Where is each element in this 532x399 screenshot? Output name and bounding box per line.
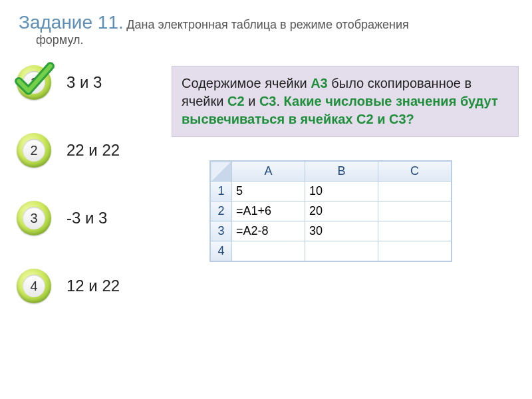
cell-ref: А3 (311, 76, 328, 90)
cell[interactable]: =А2-8 (232, 221, 305, 241)
task-title-line2: формул. (19, 33, 513, 47)
cell-ref: С2 (227, 94, 245, 108)
hint-box: Содержимое ячейки А3 было скопированное … (172, 66, 519, 137)
table-row: 3 =А2-8 30 (211, 221, 452, 241)
col-header-b[interactable]: B (305, 162, 378, 182)
col-header-c[interactable]: C (378, 162, 452, 182)
table-row: 1 5 10 (211, 182, 452, 201)
task-title: Дана электронная таблица в режиме отобра… (126, 18, 409, 31)
cell[interactable] (305, 241, 378, 261)
cell[interactable]: 5 (232, 182, 305, 201)
cell[interactable]: 10 (305, 182, 378, 201)
row-header[interactable]: 1 (211, 182, 232, 201)
cell[interactable]: 20 (305, 201, 378, 221)
cell[interactable] (232, 241, 305, 261)
table-row: 4 (211, 241, 452, 261)
hint-text: . (276, 94, 283, 108)
hint-text: Содержимое ячейки (182, 76, 311, 90)
spreadsheet: A B C 1 5 10 2 =А1+6 20 (210, 161, 519, 261)
option-2[interactable]: 2 22 и 22 (15, 131, 161, 170)
option-text: -3 и 3 (66, 209, 107, 227)
cell[interactable]: =А1+6 (232, 201, 305, 221)
row-header[interactable]: 2 (211, 201, 232, 221)
cell[interactable] (378, 221, 452, 241)
cell-ref: С3 (259, 94, 277, 108)
select-all-corner[interactable] (211, 162, 232, 182)
cell[interactable] (378, 201, 452, 221)
cell[interactable] (378, 182, 452, 201)
table-row: 2 =А1+6 20 (211, 201, 452, 221)
option-number: 3 (23, 207, 45, 229)
option-number: 2 (23, 139, 45, 162)
option-3[interactable]: 3 -3 и 3 (15, 199, 161, 237)
row-header[interactable]: 4 (211, 241, 232, 261)
option-text: 22 и 22 (66, 141, 120, 160)
cell[interactable]: 30 (305, 221, 378, 241)
task-number: Задание 11. (19, 12, 124, 33)
cell[interactable] (378, 241, 452, 261)
col-header-a[interactable]: A (232, 162, 305, 182)
option-4[interactable]: 4 12 и 22 (15, 267, 161, 305)
option-1[interactable]: 1 3 и 3 (15, 63, 161, 102)
answer-options: 1 3 и 3 2 22 и 22 3 -3 и 3 4 1 (15, 59, 161, 334)
option-text: 3 и 3 (66, 73, 102, 92)
header: Задание 11. Дана электронная таблица в р… (0, 0, 532, 55)
checkmark-icon (12, 58, 56, 102)
option-number: 4 (23, 275, 45, 297)
hint-text: и (245, 94, 259, 108)
option-text: 12 и 22 (66, 277, 120, 295)
row-header[interactable]: 3 (211, 221, 232, 241)
